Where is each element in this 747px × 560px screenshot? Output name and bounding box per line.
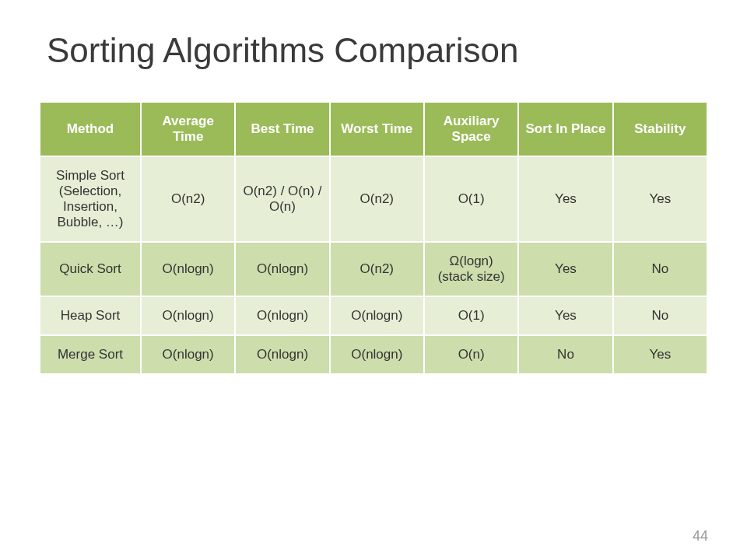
cell-avg: O(nlogn) xyxy=(141,335,235,374)
comparison-table: Method Average Time Best Time Worst Time… xyxy=(39,101,708,375)
cell-worst: O(n2) xyxy=(330,156,424,242)
header-sort-in-place: Sort In Place xyxy=(518,102,612,156)
header-best-time: Best Time xyxy=(235,102,329,156)
table-row: Merge Sort O(nlogn) O(nlogn) O(nlogn) O(… xyxy=(40,335,707,374)
cell-aux: O(1) xyxy=(424,156,518,242)
cell-stability: No xyxy=(613,296,707,335)
table-row: Heap Sort O(nlogn) O(nlogn) O(nlogn) O(1… xyxy=(40,296,707,335)
table-row: Quick Sort O(nlogn) O(nlogn) O(n2) Ω(log… xyxy=(40,242,707,296)
cell-method: Quick Sort xyxy=(40,242,141,296)
page-number: 44 xyxy=(693,528,708,544)
cell-inplace: Yes xyxy=(518,296,612,335)
header-stability: Stability xyxy=(613,102,707,156)
cell-method: Simple Sort (Selection, Insertion, Bubbl… xyxy=(40,156,141,242)
cell-avg: O(nlogn) xyxy=(141,242,235,296)
cell-best: O(nlogn) xyxy=(235,242,329,296)
cell-worst: O(nlogn) xyxy=(330,335,424,374)
cell-best: O(nlogn) xyxy=(235,296,329,335)
cell-method: Merge Sort xyxy=(40,335,141,374)
cell-method: Heap Sort xyxy=(40,296,141,335)
page-title: Sorting Algorithms Comparison xyxy=(47,31,708,70)
cell-aux: O(1) xyxy=(424,296,518,335)
cell-avg: O(nlogn) xyxy=(141,296,235,335)
cell-worst: O(n2) xyxy=(330,242,424,296)
cell-inplace: Yes xyxy=(518,242,612,296)
cell-stability: Yes xyxy=(613,335,707,374)
cell-inplace: Yes xyxy=(518,156,612,242)
cell-stability: Yes xyxy=(613,156,707,242)
cell-best: O(n2) / O(n) / O(n) xyxy=(235,156,329,242)
header-worst-time: Worst Time xyxy=(330,102,424,156)
cell-best: O(nlogn) xyxy=(235,335,329,374)
cell-inplace: No xyxy=(518,335,612,374)
header-average-time: Average Time xyxy=(141,102,235,156)
cell-aux: O(n) xyxy=(424,335,518,374)
header-method: Method xyxy=(40,102,141,156)
cell-avg: O(n2) xyxy=(141,156,235,242)
cell-stability: No xyxy=(613,242,707,296)
cell-aux: Ω(logn) (stack size) xyxy=(424,242,518,296)
cell-worst: O(nlogn) xyxy=(330,296,424,335)
table-row: Simple Sort (Selection, Insertion, Bubbl… xyxy=(40,156,707,242)
table-header-row: Method Average Time Best Time Worst Time… xyxy=(40,102,707,156)
header-auxiliary-space: Auxiliary Space xyxy=(424,102,518,156)
